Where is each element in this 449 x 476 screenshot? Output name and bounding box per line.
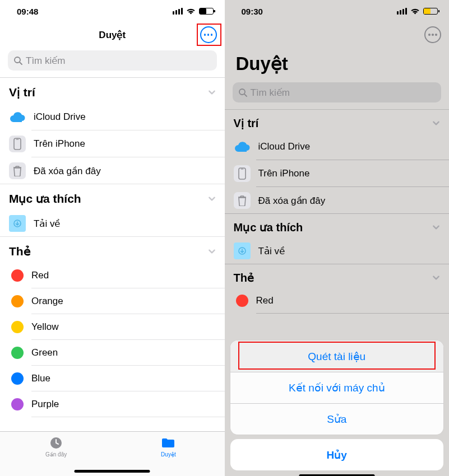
section-title: Mục ưa thích	[9, 192, 81, 206]
chevron-down-icon	[208, 88, 216, 96]
chevron-down-icon	[208, 195, 216, 203]
tag-dot-icon	[11, 269, 24, 282]
row-label: Red	[31, 270, 49, 281]
section-title: Thẻ	[234, 271, 254, 284]
svg-rect-8	[239, 168, 246, 179]
status-bar: 09:30	[225, 0, 450, 22]
section-header-locations[interactable]: Vị trí	[225, 110, 450, 133]
tag-yellow[interactable]: Yellow	[0, 314, 225, 340]
row-label: Red	[256, 295, 274, 306]
row-label: Tải về	[34, 218, 60, 230]
tag-dot-icon	[236, 295, 248, 307]
section-title: Thẻ	[9, 245, 31, 258]
tag-dot-icon	[11, 398, 24, 410]
section-title: Mục ưa thích	[234, 221, 303, 234]
large-title: Duyệt	[225, 47, 450, 79]
status-time: 09:48	[17, 7, 38, 16]
location-on-iphone[interactable]: Trên iPhone	[0, 130, 225, 157]
search-field[interactable]: Tìm kiếm	[8, 50, 217, 71]
action-label: Sửa	[327, 413, 346, 426]
cloud-icon	[234, 141, 251, 153]
location-recently-deleted[interactable]: Đã xóa gần đây	[0, 157, 225, 184]
section-header-locations[interactable]: Vị trí	[0, 78, 225, 104]
clock-icon	[48, 436, 64, 450]
row-label: Green	[31, 347, 58, 358]
svg-rect-2	[14, 138, 21, 150]
tag-dot-icon	[11, 347, 24, 359]
tag-dot-icon	[11, 295, 24, 307]
tag-blue[interactable]: Blue	[0, 366, 225, 391]
section-header-favorites[interactable]: Mục ưa thích	[225, 214, 450, 237]
tag-dot-icon	[11, 321, 24, 333]
trash-icon	[9, 162, 26, 179]
favorite-downloads[interactable]: Tải về	[225, 237, 450, 264]
search-field[interactable]: Tìm kiếm	[233, 82, 442, 102]
tag-red[interactable]: Red	[0, 263, 225, 288]
more-button[interactable]	[200, 26, 217, 43]
favorite-downloads[interactable]: Tải về	[0, 210, 225, 237]
section-title: Vị trí	[9, 86, 35, 99]
more-button[interactable]	[424, 26, 441, 43]
downloads-folder-icon	[234, 242, 251, 259]
tag-red[interactable]: Red	[225, 288, 450, 314]
row-label: Purple	[31, 399, 59, 410]
location-icloud-drive[interactable]: iCloud Drive	[0, 104, 225, 130]
phone-icon	[9, 136, 26, 152]
row-label: Yellow	[31, 321, 59, 333]
phone-left-browse: 09:48 Duyệt Tìm kiếm Vị trí iCloud Dri	[0, 0, 225, 476]
tag-green[interactable]: Green	[0, 340, 225, 366]
chevron-down-icon	[432, 274, 440, 282]
wifi-icon	[410, 8, 420, 15]
svg-line-7	[244, 94, 247, 96]
action-cancel[interactable]: Hủy	[230, 439, 444, 470]
action-scan-documents[interactable]: Quét tài liệu	[230, 340, 444, 372]
action-sheet: Quét tài liệu Kết nối với máy chủ Sửa Hủ…	[225, 340, 450, 476]
row-label: Trên iPhone	[258, 168, 310, 179]
row-label: Orange	[31, 296, 63, 307]
tab-label: Gần đây	[45, 451, 67, 458]
search-placeholder: Tìm kiếm	[251, 87, 290, 99]
section-header-favorites[interactable]: Mục ưa thích	[0, 184, 225, 210]
action-edit[interactable]: Sửa	[230, 403, 444, 435]
chevron-down-icon	[432, 119, 440, 127]
section-header-tags[interactable]: Thẻ	[0, 237, 225, 263]
section-header-tags[interactable]: Thẻ	[225, 264, 450, 288]
status-time: 09:30	[242, 7, 263, 16]
action-label: Hủy	[327, 449, 347, 461]
location-recently-deleted[interactable]: Đã xóa gần đây	[225, 187, 450, 214]
search-icon	[238, 88, 247, 97]
status-icons	[173, 8, 214, 15]
svg-rect-9	[240, 169, 243, 169]
folder-icon	[160, 436, 176, 450]
status-bar: 09:48	[0, 0, 225, 22]
tag-purple[interactable]: Purple	[0, 391, 225, 417]
battery-icon	[199, 8, 214, 15]
tag-orange[interactable]: Orange	[0, 288, 225, 314]
section-title: Vị trí	[234, 116, 259, 130]
action-connect-server[interactable]: Kết nối với máy chủ	[230, 372, 444, 403]
trash-icon	[234, 192, 251, 209]
row-label: Blue	[31, 373, 50, 384]
battery-low-icon	[423, 8, 438, 15]
action-sheet-group: Quét tài liệu Kết nối với máy chủ Sửa	[230, 340, 444, 435]
svg-line-1	[20, 62, 22, 64]
cellular-signal-icon	[173, 8, 183, 15]
nav-title: Duyệt	[99, 29, 126, 41]
row-label: Đã xóa gần đây	[258, 195, 326, 207]
row-label: Đã xóa gần đây	[34, 165, 101, 177]
status-icons	[397, 8, 438, 15]
downloads-folder-icon	[9, 215, 26, 232]
phone-right-action-sheet: 09:30 Duyệt Tìm kiếm Vị trí iCloud Drive	[225, 0, 450, 476]
location-on-iphone[interactable]: Trên iPhone	[225, 160, 450, 187]
search-icon	[13, 56, 22, 65]
row-label: Tải về	[258, 245, 285, 257]
wifi-icon	[186, 8, 196, 15]
tag-dot-icon	[11, 372, 24, 385]
action-label: Kết nối với máy chủ	[289, 381, 385, 394]
location-icloud-drive[interactable]: iCloud Drive	[225, 133, 450, 160]
phone-icon	[234, 165, 251, 182]
cellular-signal-icon	[397, 8, 407, 15]
search-placeholder: Tìm kiếm	[26, 55, 65, 67]
home-indicator	[75, 470, 150, 473]
row-label: iCloud Drive	[258, 141, 311, 152]
